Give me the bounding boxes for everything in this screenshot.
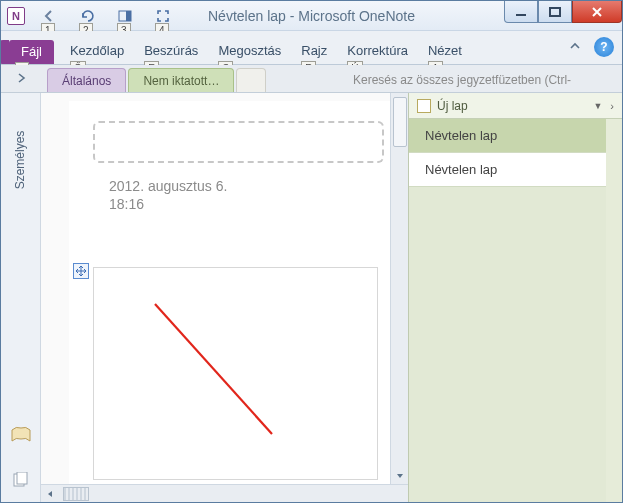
ink-stroke [147, 296, 307, 456]
qat-dock-button[interactable]: 3 [113, 5, 137, 27]
quick-access-toolbar: 1 2 3 4 [37, 5, 175, 27]
section-tab-general[interactable]: Általános [47, 68, 126, 92]
page-list-item[interactable]: Névtelen lap [409, 153, 606, 187]
sidebar-pages-icon[interactable] [12, 472, 30, 492]
scrollbar-splitter[interactable] [63, 487, 89, 501]
svg-rect-3 [550, 8, 560, 16]
new-page-button[interactable]: Új lap ▼ › [409, 93, 622, 119]
scroll-down-arrow[interactable] [392, 468, 408, 484]
pane-collapse-icon[interactable]: › [610, 100, 614, 112]
container-move-handle[interactable] [73, 263, 89, 279]
qat-undo-button[interactable]: 2 [75, 5, 99, 27]
title-bar: N 1 2 3 4 Névtelen lap - Microsoft OneNo… [1, 1, 622, 31]
section-tab-unfiled[interactable]: Nem iktatott… [128, 68, 234, 92]
svg-rect-13 [17, 472, 27, 484]
tab-insert[interactable]: BeszúrásE [134, 39, 208, 64]
file-tab[interactable]: Fájl F [9, 40, 54, 64]
help-button[interactable]: ? [594, 37, 614, 57]
tab-home[interactable]: KezdőlapŐ [60, 39, 134, 64]
search-box[interactable]: Keresés az összes jegyzetfüzetben (Ctrl- [353, 69, 618, 91]
minimize-button[interactable] [504, 1, 538, 23]
page-item-label: Névtelen lap [425, 128, 497, 143]
page-item-label: Névtelen lap [425, 162, 497, 177]
section-label: Nem iktatott… [143, 74, 219, 88]
svg-line-14 [155, 304, 272, 434]
ribbon-minimize-button[interactable] [566, 38, 584, 56]
scroll-left-arrow[interactable] [41, 486, 59, 502]
file-tab-label: Fájl [21, 44, 42, 59]
svg-rect-1 [126, 11, 131, 21]
page-time: 18:16 [109, 195, 227, 213]
tab-draw[interactable]: RajzR [291, 39, 337, 64]
pagelist-scrollbar[interactable] [606, 119, 622, 502]
canvas-area: 2012. augusztus 6. 18:16 [41, 93, 408, 502]
svg-rect-2 [516, 14, 526, 16]
page-date: 2012. augusztus 6. [109, 177, 227, 195]
page-list-pane: Új lap ▼ › Névtelen lap Névtelen lap [408, 93, 622, 502]
page-list: Névtelen lap Névtelen lap [409, 119, 606, 502]
page-canvas[interactable]: 2012. augusztus 6. 18:16 [69, 101, 394, 484]
vertical-scrollbar[interactable] [390, 93, 408, 484]
window-controls [504, 1, 622, 23]
qat-back-button[interactable]: 1 [37, 5, 61, 27]
notebook-sidebar: Személyes [1, 93, 41, 502]
horizontal-scrollbar[interactable] [41, 484, 408, 502]
new-page-icon [417, 99, 431, 113]
section-row: Általános Nem iktatott… Keresés az össze… [1, 65, 622, 93]
page-title-field[interactable] [93, 121, 384, 163]
app-icon: N [7, 7, 25, 25]
close-button[interactable] [572, 1, 622, 23]
tab-label: Kezdőlap [70, 43, 124, 58]
section-label: Általános [62, 74, 111, 88]
new-page-dropdown-icon[interactable]: ▼ [593, 101, 602, 111]
page-list-item[interactable]: Névtelen lap [409, 119, 606, 153]
scrollbar-thumb[interactable] [393, 97, 407, 147]
notebook-label[interactable]: Személyes [14, 131, 28, 190]
tab-label: Beszúrás [144, 43, 198, 58]
page-datetime: 2012. augusztus 6. 18:16 [109, 177, 227, 213]
tab-label: Nézet [428, 43, 462, 58]
section-tab-loading[interactable] [236, 68, 266, 92]
new-page-label: Új lap [437, 99, 468, 113]
body: Személyes 2012. augusztus 6. 18:16 [1, 93, 622, 502]
ribbon: Fájl F KezdőlapŐ BeszúrásE MegosztásS Ra… [1, 31, 622, 65]
notebook-dropdown-button[interactable] [7, 67, 37, 89]
tab-label: Rajz [301, 43, 327, 58]
tab-label: Megosztás [218, 43, 281, 58]
open-notebook-icon[interactable] [10, 426, 32, 448]
qat-fullscreen-button[interactable]: 4 [151, 5, 175, 27]
tab-review[interactable]: KorrektúraÚ [337, 39, 418, 64]
tab-share[interactable]: MegosztásS [208, 39, 291, 64]
maximize-button[interactable] [538, 1, 572, 23]
search-placeholder: Keresés az összes jegyzetfüzetben (Ctrl- [353, 73, 571, 87]
tab-view[interactable]: NézetA [418, 39, 472, 64]
tab-label: Korrektúra [347, 43, 408, 58]
